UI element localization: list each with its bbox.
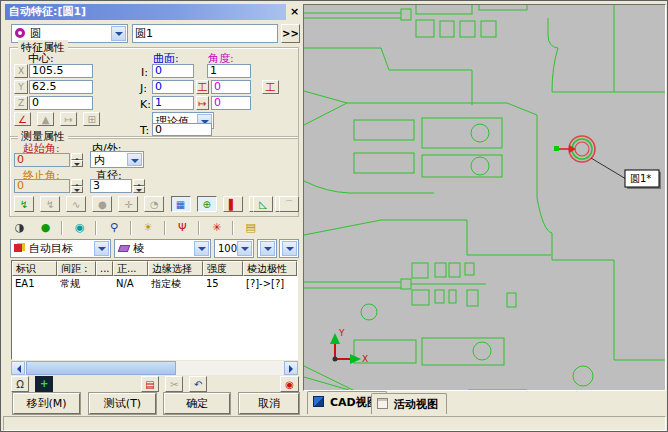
col-strength[interactable]: 强度 — [203, 261, 243, 276]
col-polarity[interactable]: 棱边极性 — [243, 261, 297, 276]
chevron-down-icon[interactable] — [237, 241, 252, 256]
end-angle-field[interactable]: 0 — [14, 179, 70, 193]
ok-button[interactable]: 确定 — [164, 393, 230, 414]
close-icon[interactable]: × — [288, 5, 301, 18]
chevron-down-icon[interactable] — [94, 241, 109, 256]
tag-icon[interactable]: ▤ — [240, 220, 261, 236]
scroll-thumb[interactable] — [26, 361, 176, 375]
edge-point-icon[interactable]: ↯ — [14, 196, 34, 212]
tab-active-view[interactable]: 活动视图 — [371, 393, 447, 414]
angle-3-field[interactable]: 0 — [211, 96, 251, 110]
feature-type-value: 圆 — [30, 26, 41, 41]
flip-angle-icon[interactable]: 工 — [262, 80, 279, 94]
probe-icon[interactable]: Ψ — [172, 220, 193, 236]
auto-target-toggle-icon[interactable]: ⊕ — [197, 196, 217, 212]
cad-view[interactable]: 圆1* Y X — [303, 4, 666, 391]
scroll-right-icon[interactable] — [284, 361, 298, 375]
edge-point-off-icon[interactable]: ↯ — [40, 196, 60, 212]
surface-k-field[interactable]: 1 — [152, 96, 194, 110]
arc-seg-icon[interactable]: ⌒ — [279, 196, 299, 212]
move-to-button[interactable]: 移到(M) — [13, 393, 80, 414]
axis-triad: Y X — [330, 328, 368, 364]
approach-point — [554, 146, 559, 151]
target-capture-icon[interactable]: ◉ — [280, 376, 299, 392]
center-x-field[interactable]: 105.5 — [29, 64, 93, 78]
snap-corner-icon[interactable]: ◺ — [253, 196, 273, 212]
eye-icon[interactable]: ◉ — [69, 220, 90, 236]
k-label: K: — [140, 98, 151, 111]
chevron-down-icon[interactable] — [282, 241, 297, 256]
selected-circle-feature[interactable]: 圆1* — [554, 136, 661, 189]
scroll-left-icon[interactable] — [11, 361, 25, 375]
y-axis-button[interactable]: Y — [14, 80, 28, 94]
table-hscrollbar[interactable] — [11, 361, 298, 375]
diameter-spinner[interactable] — [133, 179, 145, 193]
surface-j-field[interactable]: 0 — [152, 80, 194, 94]
red-polarity-combo[interactable] — [257, 239, 277, 258]
feature-name-input[interactable]: 圆1 — [132, 24, 278, 43]
chevron-down-icon[interactable] — [260, 241, 275, 256]
chevron-down-icon[interactable] — [111, 26, 126, 41]
table-row[interactable]: EA1 常规 N/A 指定棱 15 [?]->[?] — [12, 276, 297, 291]
col-id[interactable]: 标识 — [12, 261, 57, 276]
col-spacing[interactable]: 间距： — [57, 261, 96, 276]
flip-vector-icon[interactable]: 工 — [196, 80, 209, 94]
arc-mode-icon[interactable]: ◔ — [144, 196, 164, 212]
start-angle-field[interactable]: 0 — [14, 153, 70, 167]
edge-mode-icon — [118, 245, 131, 252]
diameter-field[interactable]: 3 — [90, 179, 132, 193]
angle-1-field[interactable]: 1 — [207, 64, 251, 78]
inner-outer-combo[interactable]: 内 — [90, 151, 144, 168]
cad-canvas[interactable]: 圆1* Y X — [304, 5, 665, 390]
center-z-field[interactable]: 0 — [29, 96, 93, 110]
dot-mode-icon[interactable]: ● — [92, 196, 112, 212]
angle-2-field[interactable]: 0 — [211, 80, 251, 94]
lock-icon[interactable]: Ω — [11, 376, 29, 392]
region-select-icon[interactable]: ▦ — [171, 196, 191, 212]
col-edge-select[interactable]: 边缘选择 — [148, 261, 203, 276]
green-polarity-combo[interactable] — [279, 239, 299, 258]
report-icon[interactable]: ▤ — [141, 376, 159, 392]
vector-arrow-icon[interactable]: ↦ — [196, 96, 209, 110]
auto-target-icon — [14, 244, 22, 252]
col-direction[interactable]: 正... — [113, 261, 148, 276]
undo-icon[interactable]: ↶ — [189, 376, 207, 392]
x-axis-button[interactable]: X — [14, 64, 28, 78]
bars-filter-icon[interactable]: ▌ — [223, 196, 243, 212]
cad-geometry — [304, 5, 665, 390]
inner-outer-value: 内 — [94, 153, 105, 168]
chevron-down-icon[interactable] — [127, 153, 142, 166]
z-axis-button[interactable]: Z — [14, 96, 28, 110]
cross-mode-icon[interactable]: ✛ — [118, 196, 138, 212]
surface-sample-icon[interactable]: ▲ — [37, 112, 54, 126]
leader-line — [591, 158, 626, 179]
crosshair-icon[interactable]: + — [35, 376, 53, 392]
center-y-field[interactable]: 62.5 — [29, 80, 93, 94]
test-button[interactable]: 测试(T) — [89, 393, 156, 414]
bulb-icon[interactable]: ☀ — [138, 220, 159, 236]
end-angle-spinner[interactable] — [71, 179, 83, 193]
scissors-icon[interactable]: ✂ — [165, 376, 183, 392]
grid-snap-icon[interactable]: ⊞ — [83, 112, 100, 126]
contrast-sphere-icon[interactable]: ◑ — [9, 220, 30, 236]
magnifier-icon[interactable]: ⚲ — [103, 220, 124, 236]
auto-target-value: 自动目标 — [29, 241, 73, 256]
col-ellipsis[interactable]: ... — [96, 261, 113, 276]
vector-jump-icon[interactable]: ↦ — [60, 112, 77, 126]
x-axis-label: X — [362, 354, 368, 364]
edge-mode-combo[interactable]: 棱 — [114, 239, 211, 258]
t-field[interactable]: 0 — [152, 123, 212, 136]
zoom-level-combo[interactable]: 100% — [214, 239, 254, 258]
cancel-button[interactable]: 取消 — [239, 393, 299, 414]
auto-target-combo[interactable]: 自动目标 — [10, 239, 111, 258]
dialog-titlebar[interactable]: 自动特征:[圆1] — [5, 4, 286, 20]
surface-i-field[interactable]: 0 — [152, 64, 194, 78]
gear-icon[interactable]: ✳ — [206, 220, 227, 236]
skew-line-icon[interactable]: ∠ — [14, 112, 31, 126]
chevron-down-icon[interactable] — [194, 241, 209, 256]
globe-icon[interactable]: ● — [35, 220, 56, 236]
start-angle-spinner[interactable] — [71, 153, 83, 167]
expand-button[interactable]: >> — [281, 24, 300, 43]
curve-scan-icon[interactable]: ∿ — [66, 196, 86, 212]
y-axis-label: Y — [338, 328, 345, 338]
